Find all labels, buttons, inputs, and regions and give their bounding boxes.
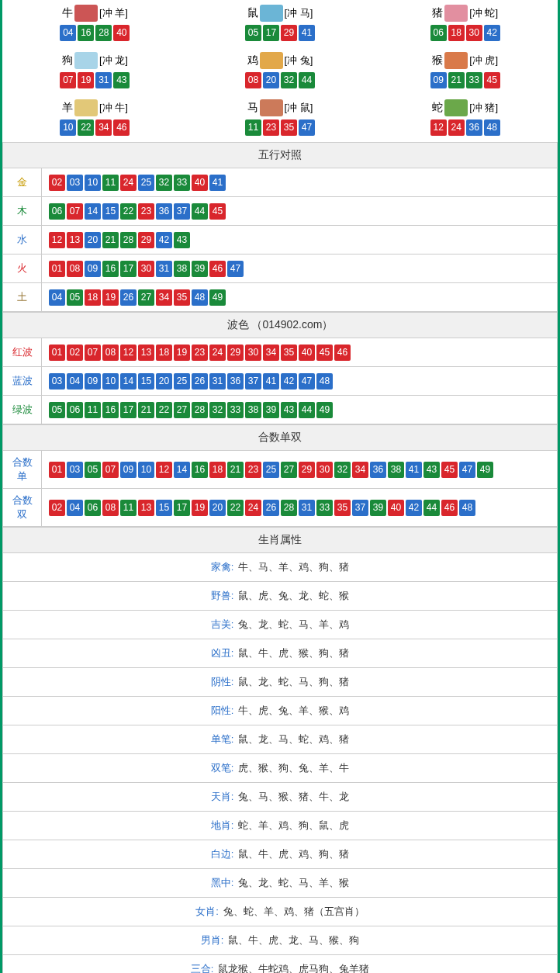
number-ball: 49 [209,289,226,306]
table-row: 绿波 05061116172122272832333839434449 [3,396,558,424]
number-ball: 14 [120,373,137,390]
attr-value: 鼠、牛、虎、猴、狗、猪 [238,647,349,659]
number-ball: 20 [209,500,226,516]
balls-cell: 05061116172122272832333839434449 [42,396,558,424]
number-ball: 43 [174,232,190,248]
attr-label: 地肖: [211,819,234,831]
number-ball: 36 [466,119,482,136]
zodiac-icon [74,99,98,116]
attr-cell: 黑中:兔、龙、蛇、马、羊、猴 [3,869,558,898]
number-ball: 38 [388,462,404,478]
attr-row: 双笔:虎、猴、狗、兔、羊、牛 [3,754,558,783]
number-ball: 41 [209,175,226,191]
number-ball: 11 [245,119,261,136]
number-ball: 45 [441,462,458,478]
attr-label: 男肖: [201,934,224,946]
number-ball: 22 [156,402,172,418]
attr-label: 吉美: [211,618,234,630]
row-label: 木 [3,197,42,226]
number-ball: 48 [192,289,208,306]
number-ball: 31 [299,500,315,516]
number-ball: 29 [281,25,297,41]
zodiac-icon [74,52,98,69]
number-ball: 44 [192,203,208,220]
attr-label: 女肖: [195,905,219,917]
number-ball: 48 [459,500,475,516]
attr-label: 三合: [191,963,214,973]
number-ball: 29 [299,462,315,478]
number-ball: 19 [174,345,190,361]
number-ball: 32 [209,402,226,418]
attr-row: 凶丑:鼠、牛、虎、猴、狗、猪 [3,639,558,668]
number-ball: 10 [138,462,154,478]
attr-value: 兔、蛇、羊、鸡、猪（五宫肖） [223,905,365,917]
number-ball: 48 [484,119,500,136]
zodiac-clash: [冲 蛇] [469,6,498,20]
number-ball: 32 [156,175,172,191]
attr-label: 黑中: [211,877,234,888]
number-ball: 07 [60,72,76,88]
number-ball: 39 [370,500,386,516]
number-ball: 07 [85,345,101,361]
balls-cell: 1213202128294243 [42,226,558,255]
number-ball: 45 [484,72,500,88]
number-ball: 39 [192,261,208,277]
number-ball: 05 [85,462,101,478]
attr-cell: 家禽:牛、马、羊、鸡、狗、猪 [3,553,558,582]
zodiac-clash: [冲 鼠] [285,101,313,115]
attr-row: 天肖:兔、马、猴、猪、牛、龙 [3,783,558,812]
number-ball: 41 [406,462,422,478]
attr-label: 家禽: [211,561,234,573]
zodiac-icon [444,52,468,69]
attr-value: 牛、虎、兔、羊、猴、鸡 [238,705,349,716]
zodiac-balls: 04162840 [2,25,188,41]
number-ball: 27 [138,289,154,306]
zodiac-clash: [冲 猪] [469,101,498,115]
number-ball: 41 [299,25,315,41]
number-ball: 15 [138,373,154,390]
number-ball: 23 [138,203,154,220]
number-ball: 18 [156,345,172,361]
zodiac-name: 猪 [432,6,443,20]
attr-cell: 三合:鼠龙猴、牛蛇鸡、虎马狗、兔羊猪 [3,955,558,974]
number-ball: 02 [49,500,65,516]
number-ball: 14 [174,462,190,478]
balls-cell: 0103050709101214161821232527293032343638… [42,451,558,489]
number-ball: 16 [102,261,119,277]
zodiac-balls: 06183042 [372,25,558,41]
number-ball: 15 [102,203,119,220]
zodiac-icon [260,52,283,69]
number-ball: 18 [85,289,101,306]
bose-table: 波色 （014902.com） 红波 010207081213181923242… [2,312,558,424]
number-ball: 36 [156,203,172,220]
number-ball: 44 [299,402,315,418]
attr-cell: 阳性:牛、虎、兔、羊、猴、鸡 [3,697,558,725]
row-label: 金 [3,168,42,197]
zodiac-clash: [冲 牛] [99,101,128,115]
attrs-table: 生肖属性 家禽:牛、马、羊、鸡、狗、猪 野兽:鼠、虎、兔、龙、蛇、猴 吉美:兔、… [2,527,558,973]
number-ball: 28 [95,25,112,41]
number-ball: 30 [138,261,154,277]
number-ball: 17 [174,500,190,516]
number-ball: 34 [263,345,279,361]
zodiac-balls: 11233547 [188,119,373,136]
number-ball: 42 [484,25,500,41]
number-ball: 45 [316,345,333,361]
zodiac-balls: 08203244 [188,72,373,88]
zodiac-icon [444,5,468,22]
zodiac-icon [74,5,98,22]
zodiac-cell: 牛 [冲 羊] 04162840 [2,0,188,47]
zodiac-cell: 猪 [冲 蛇] 06183042 [372,0,558,47]
number-ball: 11 [102,175,119,191]
attr-value: 鼠、牛、虎、鸡、狗、猪 [238,848,349,860]
number-ball: 35 [281,345,297,361]
number-ball: 40 [388,500,404,516]
number-ball: 27 [174,402,190,418]
number-ball: 25 [138,175,154,191]
attr-value: 鼠、龙、蛇、马、狗、猪 [238,676,349,687]
number-ball: 16 [78,25,94,41]
attr-value: 兔、龙、蛇、马、羊、鸡 [238,618,349,630]
zodiac-balls: 05172941 [188,25,373,41]
balls-cell: 06071415222336374445 [42,197,558,226]
number-ball: 03 [67,462,83,478]
